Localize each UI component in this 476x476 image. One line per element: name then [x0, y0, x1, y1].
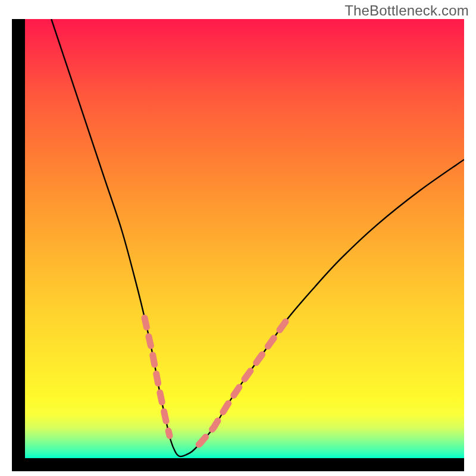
chart-frame: [12, 19, 464, 471]
chart-image: TheBottleneck.com: [0, 0, 476, 476]
overlay-dot-segment: [164, 412, 167, 421]
overlay-dot-segment: [145, 318, 146, 327]
overlay-dot-segment: [256, 355, 262, 363]
overlay-dot-segment: [245, 371, 250, 379]
overlay-dot-segment: [268, 338, 274, 346]
overlay-dot-segment: [156, 374, 158, 383]
overlay-dot-segment: [212, 421, 218, 429]
overlay-dot-segment: [160, 393, 162, 402]
overlay-dot-segment: [149, 337, 151, 346]
overlay-dot-segment: [280, 322, 286, 330]
overlay-dot-segment: [234, 387, 239, 396]
bottleneck-curve: [51, 19, 464, 456]
overlay-dot-segment: [168, 431, 170, 436]
overlay-dot-segment: [199, 437, 205, 444]
overlay-dot-segment: [223, 403, 228, 412]
chart-plot-area: [25, 19, 464, 458]
watermark: TheBottleneck.com: [345, 2, 469, 19]
overlay-dot-segment: [153, 355, 155, 365]
chart-curve-svg: [25, 19, 464, 458]
